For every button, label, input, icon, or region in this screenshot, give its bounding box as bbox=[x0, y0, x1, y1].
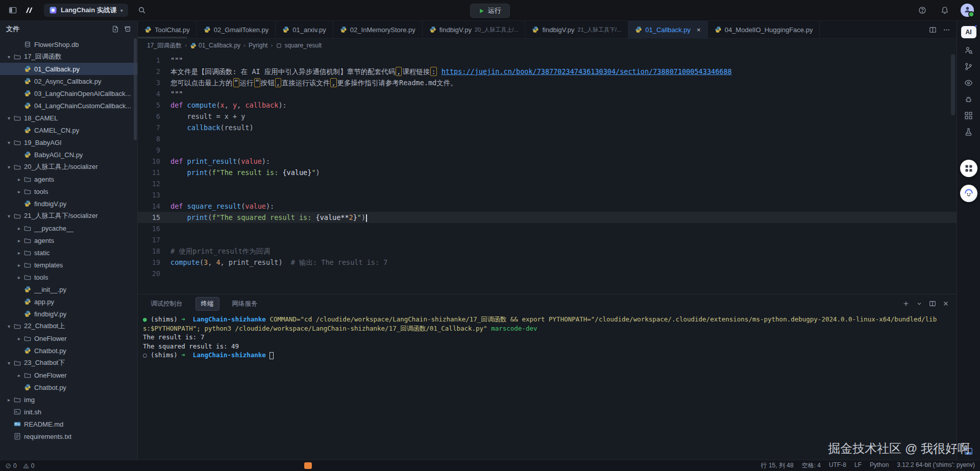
tree-folder[interactable]: ▸tools bbox=[0, 185, 137, 197]
tree-folder[interactable]: ▸img bbox=[0, 393, 137, 406]
code-line[interactable]: 1""" bbox=[138, 55, 957, 66]
tree-folder[interactable]: ▸agents bbox=[0, 234, 137, 246]
extensions-icon[interactable] bbox=[964, 111, 973, 120]
tree-file[interactable]: FlowerShop.db bbox=[0, 38, 137, 51]
panel-tab-item[interactable]: 网络服务 bbox=[227, 297, 263, 311]
code-line[interactable]: 11 print(f"The result is: {value}") bbox=[138, 167, 957, 178]
editor-tab[interactable]: findbigV.py21_人脉工具下/... bbox=[525, 21, 628, 38]
new-file-icon[interactable] bbox=[112, 26, 119, 33]
breadcrumb-item[interactable]: 01_Callback.py bbox=[190, 42, 240, 49]
sidebar-scrollbar[interactable] bbox=[134, 38, 137, 140]
code-line[interactable]: 8 bbox=[138, 133, 957, 144]
code-line[interactable]: 7 callback(result) bbox=[138, 122, 957, 133]
user-search-icon[interactable] bbox=[964, 46, 973, 55]
code-line[interactable]: 12 bbox=[138, 178, 957, 189]
encoding[interactable]: UTF-8 bbox=[829, 461, 846, 470]
code-editor[interactable]: 1"""2本文件是【回调函数: 在 AI 应用中引入异步通信机制】章节的配套代码… bbox=[138, 52, 957, 294]
breadcrumb-item[interactable]: square_result bbox=[276, 42, 322, 49]
bell-icon[interactable] bbox=[938, 4, 951, 17]
chevron-down-icon[interactable] bbox=[916, 300, 923, 307]
tree-file[interactable]: 04_LangChainCustomCallback... bbox=[0, 100, 137, 112]
tree-file[interactable]: 03_LangChainOpenAICallback... bbox=[0, 87, 137, 100]
tree-folder[interactable]: ▾19_BabyAGI bbox=[0, 136, 137, 148]
code-line[interactable]: 20 bbox=[138, 268, 957, 279]
code-line[interactable]: 3您可以点击最上方的“运行”按钮,直接运行该文件,更多操作指引请参考Readme… bbox=[138, 77, 957, 88]
tree-folder[interactable]: ▸agents bbox=[0, 173, 137, 185]
editor-tab[interactable]: 01_arxiv.py bbox=[276, 21, 333, 38]
run-button[interactable]: 运行 bbox=[470, 4, 510, 18]
split-editor-icon[interactable] bbox=[929, 26, 937, 34]
code-line[interactable]: 9 bbox=[138, 144, 957, 156]
tree-folder[interactable]: ▸tools bbox=[0, 271, 137, 283]
code-line[interactable]: 14def square_result(value): bbox=[138, 201, 957, 212]
code-line[interactable]: 10def print_result(value): bbox=[138, 156, 957, 167]
warning-count[interactable]: 0 bbox=[23, 462, 35, 469]
more-actions-icon[interactable] bbox=[943, 26, 950, 34]
debug-icon[interactable] bbox=[964, 95, 973, 104]
editor-tab[interactable]: 04_ModelIO_HuggingFace.py bbox=[708, 21, 820, 38]
tree-folder[interactable]: ▾22_Chatbot上 bbox=[0, 320, 137, 332]
code-line[interactable]: 17 bbox=[138, 234, 957, 245]
tree-folder[interactable]: ▸OneFlower bbox=[0, 332, 137, 344]
layout-sidebar-icon[interactable] bbox=[6, 4, 19, 17]
editor-tab[interactable]: 01_Callback.py× bbox=[628, 21, 707, 38]
code-line[interactable]: 2本文件是【回调函数: 在 AI 应用中引入异步通信机制】章节的配套代码,课程链… bbox=[138, 66, 957, 77]
tree-folder[interactable]: ▸static bbox=[0, 246, 137, 259]
tree-folder[interactable]: ▾23_Chatbot下 bbox=[0, 357, 137, 369]
editor-scrollbar[interactable] bbox=[951, 54, 955, 115]
editor-tab[interactable]: 02_InMemoryStore.py bbox=[333, 21, 423, 38]
eye-icon[interactable] bbox=[964, 79, 973, 87]
error-count[interactable]: 0 bbox=[5, 462, 17, 469]
editor-tab[interactable]: ToolChat.py bbox=[138, 21, 197, 38]
assistant-mascot-button[interactable] bbox=[960, 185, 977, 202]
tree-folder[interactable]: ▸OneFlower bbox=[0, 369, 137, 381]
problems-counts[interactable]: 00 bbox=[5, 462, 40, 469]
tree-file[interactable]: __init__.py bbox=[0, 283, 137, 295]
tree-file[interactable]: README.md bbox=[0, 418, 137, 430]
code-line[interactable]: 18# 使用print_result作为回调 bbox=[138, 245, 957, 257]
tree-file[interactable]: requirements.txt bbox=[0, 430, 137, 442]
indent-setting[interactable]: 空格: 4 bbox=[802, 461, 821, 470]
close-icon[interactable] bbox=[942, 300, 949, 307]
language-mode[interactable]: Python bbox=[870, 461, 889, 470]
code-line[interactable]: 4""" bbox=[138, 88, 957, 100]
code-line[interactable]: 15 print(f"The squared result is: {value… bbox=[138, 212, 957, 223]
tree-file[interactable]: 01_Callback.py bbox=[0, 63, 137, 75]
workspace-switcher[interactable]: LangChain 实战课 ▾ bbox=[44, 4, 128, 17]
tree-folder[interactable]: ▸templates bbox=[0, 259, 137, 271]
tree-folder[interactable]: ▾21_人脉工具下/socializer bbox=[0, 210, 137, 222]
tree-file[interactable]: CAMEL_CN.py bbox=[0, 124, 137, 136]
tree-folder[interactable]: ▾20_人脉工具上/socializer bbox=[0, 161, 137, 173]
code-line[interactable]: 5def compute(x, y, callback): bbox=[138, 100, 957, 111]
tree-file[interactable]: BabyAGI_CN.py bbox=[0, 148, 137, 161]
terminal[interactable]: ● (shims) ➜ LangChain-shizhanke COMMAND=… bbox=[138, 313, 957, 460]
help-icon[interactable] bbox=[916, 4, 929, 17]
search-icon[interactable] bbox=[135, 4, 149, 17]
breadcrumb-item[interactable]: Pyright bbox=[249, 42, 267, 49]
panel-tab-active[interactable]: 终端 bbox=[195, 297, 219, 311]
editor-tab[interactable]: findbigV.py20_人脉工具上/... bbox=[423, 21, 526, 38]
split-icon[interactable] bbox=[929, 300, 936, 307]
apps-launcher-button[interactable] bbox=[960, 160, 977, 177]
close-tab-icon[interactable]: × bbox=[697, 26, 701, 34]
tree-folder[interactable]: ▾18_CAMEL bbox=[0, 112, 137, 124]
tree-file[interactable]: Chatbot.py bbox=[0, 381, 137, 393]
code-line[interactable]: 13 bbox=[138, 189, 957, 201]
interpreter[interactable]: 3.12.2 64-bit ('shims': pyenv) bbox=[897, 461, 975, 470]
editor-tab[interactable]: 02_GmailToken.py bbox=[197, 21, 276, 38]
collapse-all-icon[interactable] bbox=[124, 26, 131, 33]
panel-tab-item[interactable]: 调试控制台 bbox=[145, 297, 188, 311]
code-line[interactable]: 6 result = x + y bbox=[138, 111, 957, 122]
code-line[interactable]: 16 bbox=[138, 223, 957, 234]
breadcrumb-item[interactable]: 17_回调函数 bbox=[147, 41, 182, 50]
tree-file[interactable]: init.sh bbox=[0, 406, 137, 418]
tree-file[interactable]: findbigV.py bbox=[0, 308, 137, 320]
tree-file[interactable]: findbigV.py bbox=[0, 197, 137, 210]
toggle-panel-button[interactable] bbox=[964, 447, 973, 456]
ai-assistant-button[interactable]: AI bbox=[961, 26, 976, 38]
tree-file[interactable]: 02_Async_Callback.py bbox=[0, 75, 137, 87]
tree-file[interactable]: Chatbot.py bbox=[0, 344, 137, 357]
add-icon[interactable] bbox=[902, 300, 910, 307]
source-control-icon[interactable] bbox=[964, 62, 973, 71]
cursor-position[interactable]: 行 15, 列 48 bbox=[761, 461, 794, 470]
